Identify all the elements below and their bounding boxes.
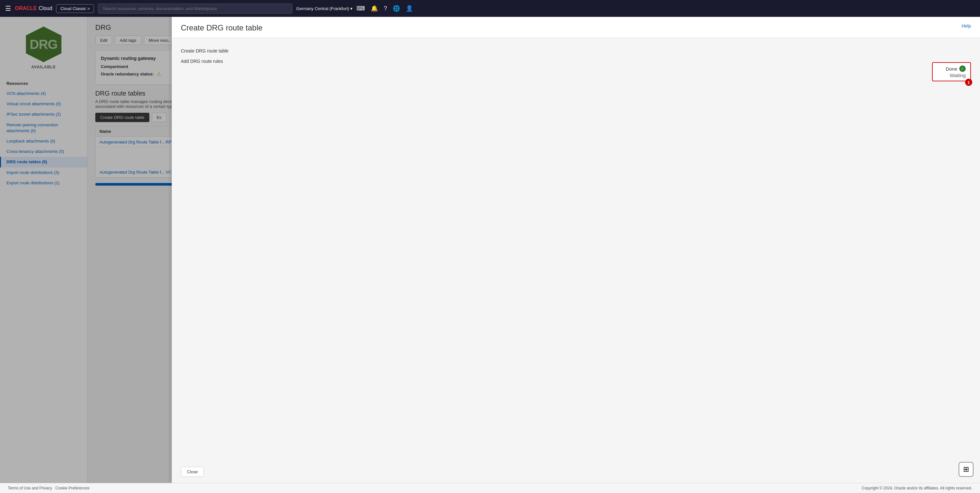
status-badge-number: 1 xyxy=(965,79,972,86)
done-check-icon: ✓ xyxy=(959,65,966,72)
modal-panel: Create DRG route table Help Create DRG r… xyxy=(172,17,980,483)
done-label: Done xyxy=(946,66,957,71)
step-2-label: Add DRG route rules xyxy=(181,59,223,64)
workflow-steps: Create DRG route table Add DRG route rul… xyxy=(181,46,971,67)
cookies-link[interactable]: Cookie Preferences xyxy=(56,486,89,490)
step-1-label: Create DRG route table xyxy=(181,48,229,54)
search-input[interactable] xyxy=(98,3,292,14)
help-widget-icon: ⊞ xyxy=(963,465,969,474)
help-widget[interactable]: ⊞ xyxy=(959,462,974,477)
done-status: Done ✓ xyxy=(937,65,966,72)
close-button[interactable]: Close xyxy=(181,467,204,477)
cloud-classic-button[interactable]: Cloud Classic > xyxy=(56,4,94,13)
modal-body: Create DRG route table Add DRG route rul… xyxy=(172,38,980,467)
modal-title: Create DRG route table xyxy=(181,23,262,32)
oracle-logo: ORACLE Cloud xyxy=(15,5,52,11)
profile-icon[interactable]: 👤 xyxy=(406,5,413,12)
cloud-text: Cloud xyxy=(39,5,52,11)
status-box-container: Done ✓ Waiting 1 xyxy=(932,62,971,81)
nav-icon-group: ⌨ 🔔 ? 🌐 👤 xyxy=(356,5,413,12)
modal-header: Create DRG route table Help xyxy=(172,17,980,38)
oracle-text: ORACLE xyxy=(15,5,37,11)
chevron-down-icon: ▾ xyxy=(350,6,353,11)
terms-link[interactable]: Terms of Use and Privacy xyxy=(8,486,52,490)
region-selector[interactable]: Germany Central (Frankfurt) ▾ xyxy=(296,6,353,11)
notifications-icon[interactable]: 🔔 xyxy=(371,5,378,12)
footer: Terms of Use and Privacy Cookie Preferen… xyxy=(0,483,980,493)
copyright-text: Copyright © 2024, Oracle and/or its affi… xyxy=(862,486,972,490)
top-navigation: ☰ ORACLE Cloud Cloud Classic > Germany C… xyxy=(0,0,980,17)
help-icon[interactable]: ? xyxy=(384,5,387,12)
region-label: Germany Central (Frankfurt) xyxy=(296,6,349,11)
hamburger-menu-icon[interactable]: ☰ xyxy=(5,5,11,12)
modal-overlay: Create DRG route table Help Create DRG r… xyxy=(0,17,980,483)
workflow-step-2: Add DRG route rules xyxy=(181,56,971,67)
status-box: Done ✓ Waiting 1 xyxy=(932,62,971,81)
footer-separator xyxy=(53,486,56,490)
developer-tools-icon[interactable]: ⌨ xyxy=(356,5,365,12)
workflow-step-1: Create DRG route table xyxy=(181,46,971,56)
language-icon[interactable]: 🌐 xyxy=(393,5,400,12)
modal-help-link[interactable]: Help xyxy=(961,23,971,29)
waiting-status: Waiting xyxy=(937,73,966,78)
footer-links: Terms of Use and Privacy Cookie Preferen… xyxy=(8,486,89,490)
